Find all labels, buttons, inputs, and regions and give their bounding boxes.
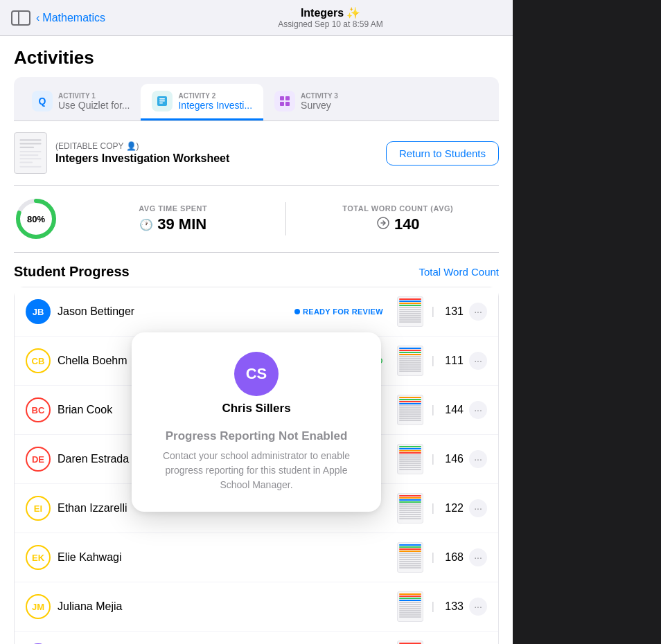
svg-rect-7 [159, 100, 165, 102]
student-row[interactable]: JBJason BettingerREADY FOR REVIEW|131··· [15, 287, 498, 337]
avg-time-value: 39 MIN [157, 215, 206, 233]
svg-rect-19 [19, 158, 41, 159]
tab-2-label: ACTIVITY 2 [178, 92, 252, 100]
worksheet-title: Integers Investigation Worksheet [55, 152, 229, 165]
more-options-button[interactable]: ··· [469, 598, 487, 616]
tab-1-icon: Q [32, 91, 53, 111]
student-avatar: CB [26, 348, 51, 373]
student-row[interactable]: JMJuliana Mejia|133··· [15, 582, 498, 632]
stats-row: 80% AVG TIME SPENT 🕐 39 MIN TOTAL WORD C… [14, 186, 499, 253]
tab-3-icon [274, 91, 295, 111]
svg-rect-16 [19, 147, 34, 148]
word-count-stat: TOTAL WORD COUNT (AVG) 140 [297, 204, 500, 233]
document-thumbnail [397, 395, 423, 425]
document-thumbnail [397, 591, 423, 622]
tab-2-name: Integers Investi... [178, 100, 252, 111]
svg-rect-11 [280, 102, 284, 106]
word-count: 144 [437, 404, 464, 416]
page-title: Activities [14, 36, 499, 77]
completion-circle: 80% [14, 197, 58, 241]
document-thumbnail [397, 296, 423, 327]
section-title: Student Progress [14, 264, 130, 280]
separator: | [432, 551, 434, 564]
completion-percent: 80% [27, 214, 45, 224]
tab-activity-1[interactable]: Q ACTIVITY 1 Use Quizlet for... [21, 84, 141, 120]
svg-rect-10 [285, 96, 290, 100]
more-options-button[interactable]: ··· [469, 548, 487, 566]
student-avatar: EK [26, 545, 51, 570]
tab-3-label: ACTIVITY 3 [301, 92, 338, 100]
more-options-button[interactable]: ··· [469, 352, 487, 370]
tab-2-icon [152, 91, 173, 111]
separator: | [432, 404, 434, 416]
separator: | [432, 600, 434, 613]
word-count: 122 [437, 502, 464, 515]
svg-rect-21 [19, 166, 41, 168]
worksheet-section: (EDITABLE COPY 👤) Integers Investigation… [14, 121, 499, 186]
svg-rect-17 [19, 151, 41, 152]
svg-rect-15 [19, 143, 41, 144]
student-name: Juliana Mejia [58, 600, 391, 613]
separator: | [432, 305, 434, 318]
tab-activity-3[interactable]: ACTIVITY 3 Survey [263, 84, 360, 120]
student-avatar: DE [26, 447, 51, 472]
back-label: Mathematics [42, 12, 105, 24]
document-thumbnail [397, 493, 423, 524]
popover-name: Chris Sillers [154, 402, 359, 415]
document-thumbnail [397, 542, 423, 573]
more-options-button[interactable]: ··· [469, 401, 487, 419]
nav-subtitle: Assigned Sep 10 at 8:59 AM [105, 19, 556, 29]
popover-desc: Contact your school administrator to ena… [154, 449, 359, 492]
svg-rect-14 [19, 139, 41, 141]
tab-1-name: Use Quizlet for... [58, 100, 130, 111]
student-name: Elie Kahwagi [58, 551, 391, 564]
nav-title: Integers ✨ [105, 6, 556, 19]
student-avatar: JB [26, 299, 51, 324]
student-popover: CS Chris Sillers Progress Reporting Not … [132, 332, 381, 512]
popover-title: Progress Reporting Not Enabled [154, 429, 359, 443]
svg-rect-18 [19, 154, 38, 156]
document-thumbnail [397, 346, 423, 376]
back-button[interactable]: ‹ Mathematics [36, 12, 105, 24]
more-options-button[interactable]: ··· [469, 499, 487, 517]
right-panel [513, 0, 661, 644]
separator: | [432, 453, 434, 465]
student-avatar: BC [26, 397, 51, 422]
chevron-left-icon: ‹ [36, 12, 39, 24]
sidebar-toggle-icon[interactable] [11, 10, 30, 26]
document-thumbnail [397, 444, 423, 474]
return-to-students-button[interactable]: Return to Students [386, 141, 499, 166]
stat-divider [285, 202, 286, 235]
tab-1-label: ACTIVITY 1 [58, 92, 130, 100]
svg-rect-9 [280, 96, 284, 100]
tab-3-name: Survey [301, 100, 338, 111]
student-avatar: JM [26, 594, 51, 619]
word-count: 146 [437, 453, 464, 465]
student-name: Jason Bettinger [58, 305, 294, 318]
word-count: 168 [437, 551, 464, 564]
avg-time-stat: AVG TIME SPENT 🕐 39 MIN [72, 204, 274, 233]
popover-avatar: CS [234, 352, 279, 396]
svg-rect-6 [159, 98, 165, 100]
status-badge: READY FOR REVIEW [294, 307, 383, 316]
svg-rect-12 [285, 102, 290, 106]
nav-center: Integers ✨ Assigned Sep 10 at 8:59 AM [105, 6, 556, 29]
worksheet-info: (EDITABLE COPY 👤) Integers Investigation… [55, 141, 229, 165]
separator: | [432, 355, 434, 367]
separator: | [432, 502, 434, 515]
activity-tabs: Q ACTIVITY 1 Use Quizlet for... [14, 77, 499, 121]
word-count-value: 140 [394, 215, 420, 233]
word-count: 133 [437, 600, 464, 613]
more-options-button[interactable]: ··· [469, 303, 487, 321]
tab-activity-2[interactable]: ACTIVITY 2 Integers Investi... [141, 84, 263, 120]
student-row[interactable]: EKElie Kahwagi|168··· [15, 533, 498, 582]
student-row[interactable]: CSChris SillersREADY FOR REVIEW|N/A··· [15, 632, 498, 644]
word-count: 131 [437, 305, 464, 318]
word-count: 111 [437, 355, 464, 367]
document-thumbnail [397, 641, 423, 644]
student-avatar: EI [26, 496, 51, 521]
total-word-count-link[interactable]: Total Word Count [418, 266, 499, 278]
svg-rect-8 [159, 102, 163, 104]
worksheet-thumbnail [14, 132, 47, 174]
more-options-button[interactable]: ··· [469, 450, 487, 468]
